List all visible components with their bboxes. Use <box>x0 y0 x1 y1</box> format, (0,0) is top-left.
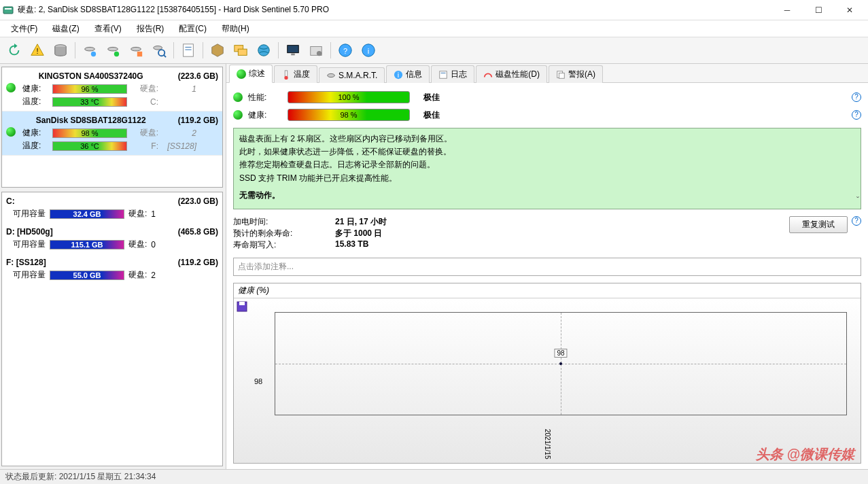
health-indicator-icon <box>6 83 18 94</box>
health-bar: 98 % <box>52 128 127 138</box>
info-button[interactable]: i <box>358 40 379 60</box>
temp-label: 温度: <box>22 140 48 152</box>
info-action: 无需动作。 <box>239 189 855 202</box>
disk-meta-label: 硬盘: <box>131 127 158 139</box>
svg-point-18 <box>258 45 270 56</box>
report-button[interactable] <box>178 40 198 60</box>
check-icon <box>237 69 246 79</box>
perf-rating: 极佳 <box>423 92 440 103</box>
health-label: 健康: <box>22 83 48 94</box>
folders-button[interactable] <box>230 40 251 60</box>
copy-icon <box>556 70 566 80</box>
svg-text:i: i <box>368 47 369 55</box>
written-label: 寿命期写入: <box>233 239 335 251</box>
disk-test1-button[interactable] <box>80 40 100 60</box>
svg-point-22 <box>317 51 322 56</box>
settings-button[interactable] <box>306 40 326 60</box>
avail-bar: 115.1 GB <box>50 240 124 249</box>
disk-name: KINGSTON SA400S37240G <box>6 71 175 81</box>
tab-info[interactable]: i信息 <box>386 65 430 83</box>
help-button[interactable]: ? <box>335 40 355 60</box>
menu-report[interactable]: 报告(R) <box>130 22 171 36</box>
retest-button[interactable]: 重复测试 <box>789 216 848 233</box>
tab-smart[interactable]: S.M.A.R.T. <box>319 67 385 83</box>
disk-test2-button[interactable] <box>103 40 123 60</box>
partition-item[interactable]: F: [SS128](119.2 GB) 可用容量 55.0 GB 硬盘: 2 <box>2 254 222 284</box>
refresh-button[interactable] <box>4 40 24 60</box>
drive-meta-label: C: <box>131 97 158 107</box>
menubar: 文件(F) 磁盘(Z) 查看(V) 报告(R) 配置(C) 帮助(H) <box>0 20 868 37</box>
disk-item[interactable]: SanDisk SD8SBAT128G1122 (119.2 GB) 健康: 9… <box>2 111 222 156</box>
svg-rect-20 <box>291 54 295 56</box>
perf-bar: 100 % <box>288 91 410 103</box>
disk-button[interactable] <box>50 40 71 60</box>
health-label: 健康: <box>22 127 48 139</box>
disk-test3-button[interactable] <box>126 40 146 60</box>
partition-item[interactable]: C:(223.0 GB) 可用容量 32.4 GB 硬盘: 1 <box>2 192 222 223</box>
window-title: 硬盘: 2, SanDisk SD8SBAT128G1122 [15387640… <box>18 4 771 16</box>
svg-point-29 <box>328 73 335 77</box>
chart-area[interactable]: 98 98 2021/1/15 <box>234 298 861 463</box>
titlebar: 硬盘: 2, SanDisk SD8SBAT128G1122 [15387640… <box>0 0 868 20</box>
tab-label: 磁盘性能(D) <box>496 69 540 80</box>
disk-search-button[interactable] <box>149 40 169 60</box>
disk-name: SanDisk SD8SBAT128G1122 <box>6 116 175 125</box>
disk-meta-label: 硬盘: <box>131 83 158 94</box>
menu-config[interactable]: 配置(C) <box>172 22 213 36</box>
drive-meta-value: [SS128] <box>162 141 196 151</box>
avail-bar: 32.4 GB <box>50 209 124 219</box>
monitor-button[interactable] <box>283 40 303 60</box>
life-value: 多于 1000 日 <box>335 228 789 239</box>
help-icon[interactable]: ? <box>852 110 861 120</box>
tab-performance[interactable]: 磁盘性能(D) <box>476 65 547 83</box>
drive-meta-label: F: <box>131 141 158 151</box>
maximize-button[interactable]: ☐ <box>803 0 834 20</box>
menu-view[interactable]: 查看(V) <box>88 22 128 36</box>
health-bar: 98 % <box>288 109 410 121</box>
svg-rect-19 <box>288 46 299 53</box>
disk-list[interactable]: KINGSTON SA400S37240G (223.6 GB) 健康: 96 … <box>1 67 223 188</box>
partition-list[interactable]: C:(223.0 GB) 可用容量 32.4 GB 硬盘: 1 D: [HD50… <box>1 192 223 466</box>
tab-overview[interactable]: 综述 <box>229 65 273 83</box>
disk-meta-value: 2 <box>162 128 196 138</box>
tab-temperature[interactable]: 温度 <box>274 65 317 83</box>
part-meta-label: 硬盘: <box>128 239 147 250</box>
svg-point-28 <box>284 75 288 79</box>
part-meta-label: 硬盘: <box>128 269 147 281</box>
thermometer-icon <box>281 70 291 80</box>
save-icon[interactable] <box>237 301 247 312</box>
menu-disk[interactable]: 磁盘(Z) <box>46 22 86 36</box>
svg-line-12 <box>163 54 166 57</box>
partition-name: D: [HD500g] <box>6 227 178 237</box>
help-icon[interactable]: ? <box>852 92 861 102</box>
tab-label: 温度 <box>294 69 310 80</box>
info-icon: i <box>394 70 403 80</box>
close-button[interactable]: ✕ <box>834 0 865 20</box>
chart-title: 健康 (%) <box>234 283 861 298</box>
disk-item[interactable]: KINGSTON SA400S37240G (223.6 GB) 健康: 96 … <box>2 67 222 111</box>
power-info: 加电时间: 预计的剩余寿命: 寿命期写入: 21 日, 17 小时 多于 100… <box>233 213 861 254</box>
minimize-button[interactable]: ─ <box>771 0 803 20</box>
warning-button[interactable]: ! <box>27 40 48 60</box>
partition-item[interactable]: D: [HD500g](465.8 GB) 可用容量 115.1 GB 硬盘: … <box>2 223 222 254</box>
annotation-input[interactable]: 点击添加注释... <box>233 258 861 276</box>
tab-log[interactable]: 日志 <box>431 65 474 83</box>
cube-button[interactable] <box>207 40 228 60</box>
svg-point-5 <box>91 52 96 56</box>
partition-size: (119.2 GB) <box>178 258 218 267</box>
part-meta-value: 1 <box>151 209 156 219</box>
chevron-down-icon[interactable]: ˇ <box>856 194 859 207</box>
part-meta-value: 2 <box>151 271 156 280</box>
status-indicator-icon <box>233 92 243 102</box>
menu-help[interactable]: 帮助(H) <box>215 22 256 36</box>
help-icon[interactable]: ? <box>852 216 861 226</box>
info-line: 推荐您定期检查硬盘日志。日志将记录全部新的问题。 <box>239 158 855 171</box>
svg-text:!: ! <box>36 47 38 55</box>
tab-alert[interactable]: 警报(A) <box>549 65 603 83</box>
uptime-value: 21 日, 17 小时 <box>335 216 789 228</box>
menu-file[interactable]: 文件(F) <box>4 22 44 36</box>
avail-label: 可用容量 <box>6 239 46 250</box>
globe-button[interactable] <box>254 40 274 60</box>
part-meta-label: 硬盘: <box>128 208 147 220</box>
watermark: 头条 @微课传媒 <box>756 445 854 464</box>
